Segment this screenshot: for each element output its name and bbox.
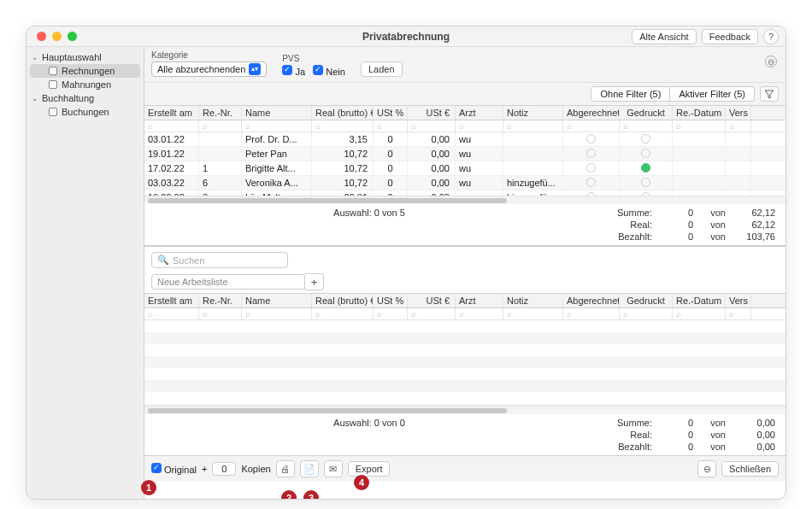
column-header[interactable]: Real (brutto) € [312, 106, 374, 120]
column-header[interactable]: Erstellt am [144, 294, 199, 307]
column-search[interactable]: ⌕ [408, 308, 456, 319]
column-header[interactable]: Real (brutto) € [312, 294, 374, 307]
cell: 03.01.22 [144, 132, 199, 146]
column-search[interactable]: ⌕ [456, 120, 503, 132]
filter-icon[interactable] [760, 86, 779, 102]
column-header[interactable]: Erstellt am [144, 106, 199, 120]
column-header[interactable]: USt € [408, 106, 456, 120]
column-header[interactable]: Vers [726, 106, 751, 120]
document-icon [49, 108, 57, 116]
cell: wu [456, 147, 503, 161]
table-row[interactable]: 17.02.221Brigitte Alt...10,7200,00wu [144, 161, 786, 176]
pvs-nein-checkbox[interactable]: Nein [313, 67, 345, 77]
column-search[interactable]: ⌕ [726, 308, 751, 319]
export-button[interactable]: Export [348, 461, 391, 477]
mail-button[interactable]: ✉ [324, 460, 343, 477]
column-header[interactable]: Notiz [503, 106, 563, 120]
horizontal-scrollbar[interactable] [144, 196, 786, 204]
add-worklist-button[interactable]: + [305, 273, 324, 290]
gedruckt-icon [641, 178, 650, 187]
document-button[interactable]: 📄 [300, 460, 319, 477]
sidebar-item-buchungen[interactable]: Buchungen [30, 105, 140, 119]
column-search[interactable]: ⌕ [503, 308, 563, 319]
checkbox-label: Nein [326, 67, 345, 77]
help-icon[interactable]: ? [763, 29, 779, 44]
column-search[interactable]: ⌕ [563, 308, 620, 319]
column-search[interactable]: ⌕ [726, 120, 751, 132]
column-header[interactable]: USt € [408, 294, 456, 307]
column-search[interactable]: ⌕ [620, 120, 673, 132]
column-search[interactable]: ⌕ [503, 120, 563, 132]
alte-ansicht-button[interactable]: Alte Ansicht [632, 29, 696, 44]
column-search[interactable]: ⌕ [312, 120, 374, 132]
kopien-input[interactable] [212, 462, 236, 476]
remove-icon[interactable]: ⊖ [765, 56, 777, 67]
sidebar-group-buchhaltung[interactable]: ⌄Buchhaltung [26, 91, 144, 105]
column-header[interactable]: Abgerechnet [563, 294, 620, 307]
column-search[interactable]: ⌕ [374, 120, 408, 132]
close-icon[interactable] [37, 32, 46, 41]
column-search[interactable]: ⌕ [312, 308, 374, 319]
column-search[interactable]: ⌕ [242, 120, 312, 132]
column-header[interactable]: Notiz [503, 294, 563, 307]
column-header[interactable]: Vers [726, 294, 751, 307]
aktiver-filter-button[interactable]: Aktiver Filter (5) [670, 86, 755, 102]
table-row[interactable]: 19.01.22Peter Pan10,7200,00wu [144, 147, 786, 161]
column-search[interactable]: ⌕ [673, 120, 726, 132]
column-search[interactable]: ⌕ [374, 308, 408, 319]
scroll-thumb[interactable] [148, 408, 507, 413]
column-header[interactable]: Arzt [456, 294, 503, 307]
ohne-filter-button[interactable]: Ohne Filter (5) [591, 86, 670, 102]
laden-button[interactable]: Laden [361, 61, 403, 77]
column-header[interactable]: USt % [374, 106, 408, 120]
horizontal-scrollbar[interactable] [144, 406, 786, 414]
column-header[interactable]: Re.-Datum [673, 106, 726, 120]
schliessen-button[interactable]: Schließen [721, 461, 779, 477]
column-header[interactable]: Name [242, 106, 312, 120]
column-header[interactable]: Arzt [456, 106, 503, 120]
pane-divider[interactable] [144, 245, 786, 247]
search-input[interactable]: 🔍Suchen [151, 252, 288, 268]
column-search[interactable]: ⌕ [199, 120, 242, 132]
column-search[interactable]: ⌕ [620, 308, 673, 319]
worklist-input[interactable] [151, 274, 305, 290]
column-header[interactable]: Name [242, 294, 312, 307]
table-header: Erstellt amRe.-Nr.NameReal (brutto) €USt… [144, 294, 786, 308]
column-header[interactable]: Abgerechnet [563, 106, 620, 120]
scroll-thumb[interactable] [148, 198, 507, 203]
fullscreen-icon[interactable] [68, 32, 77, 41]
column-search[interactable]: ⌕ [144, 308, 199, 319]
column-search[interactable]: ⌕ [408, 120, 456, 132]
kategorie-select[interactable]: Alle abzurechnenden▴▾ [151, 61, 267, 77]
column-search[interactable]: ⌕ [563, 120, 620, 132]
column-search[interactable]: ⌕ [199, 308, 242, 319]
remove-bottom-button[interactable]: ⊖ [697, 460, 716, 477]
column-search[interactable]: ⌕ [144, 120, 199, 132]
column-search[interactable]: ⌕ [673, 308, 726, 319]
column-search[interactable]: ⌕ [456, 308, 503, 319]
feedback-button[interactable]: Feedback [702, 29, 758, 44]
sidebar-item-rechnungen[interactable]: Rechnungen [30, 64, 140, 78]
column-header[interactable]: Re.-Nr. [199, 106, 242, 120]
von: von [700, 418, 726, 428]
cell: hinzugefü... [503, 176, 563, 190]
traffic-lights [26, 32, 77, 41]
table-row[interactable]: 03.03.226Veronika A...10,7200,00wuhinzug… [144, 176, 786, 190]
column-search[interactable]: ⌕ [242, 308, 312, 319]
sidebar-item-mahnungen[interactable]: Mahnungen [30, 78, 140, 91]
mail-icon: ✉ [329, 464, 337, 475]
column-header[interactable]: Re.-Nr. [199, 294, 242, 307]
print-button[interactable]: 🖨 [276, 460, 295, 477]
column-header[interactable]: Gedruckt [620, 294, 673, 307]
column-header[interactable]: Gedruckt [620, 106, 673, 120]
original-checkbox[interactable]: Original [151, 463, 197, 475]
abgerechnet-icon [586, 134, 596, 143]
sidebar-group-hauptauswahl[interactable]: ⌄Hauptauswahl [26, 50, 144, 64]
column-header[interactable]: USt % [374, 294, 408, 307]
pvs-ja-checkbox[interactable]: Ja [282, 67, 305, 77]
cell [503, 161, 563, 175]
minimize-icon[interactable] [52, 32, 62, 41]
cell: 10,72 [312, 176, 374, 190]
column-header[interactable]: Re.-Datum [673, 294, 726, 307]
table-row[interactable]: 03.01.22Prof. Dr. D...3,1500,00wu [144, 132, 786, 147]
